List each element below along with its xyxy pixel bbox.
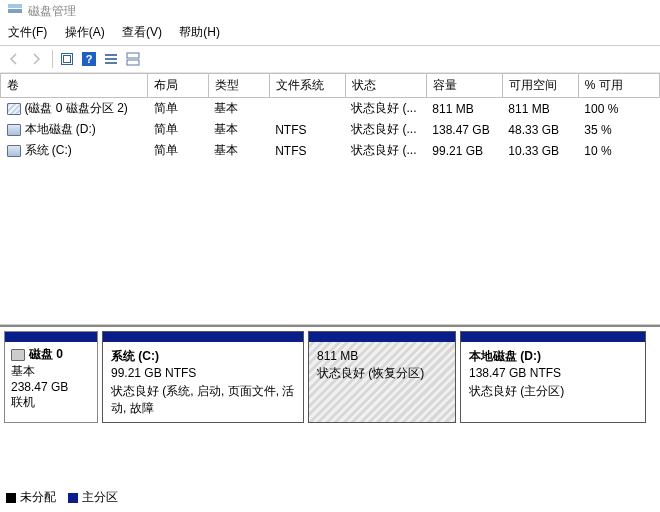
col-layout[interactable]: 布局 [148, 74, 209, 98]
svg-rect-2 [105, 54, 117, 56]
partition-status: 状态良好 (恢复分区) [317, 365, 447, 382]
disk-header[interactable]: 磁盘 0 基本 238.47 GB 联机 [4, 331, 98, 423]
partition-bar [103, 332, 303, 342]
col-free[interactable]: 可用空间 [502, 74, 578, 98]
svg-rect-4 [105, 62, 117, 64]
volume-list-pane: 卷 布局 类型 文件系统 状态 容量 可用空间 % 可用 (磁盘 0 磁盘分区 … [0, 73, 660, 325]
partition-status: 状态良好 (主分区) [469, 383, 637, 400]
toolbar: ? [0, 45, 660, 73]
table-header-row: 卷 布局 类型 文件系统 状态 容量 可用空间 % 可用 [1, 74, 660, 98]
table-row[interactable]: 系统 (C:)简单基本NTFS状态良好 (...99.21 GB10.33 GB… [1, 140, 660, 161]
drive-icon [7, 103, 21, 115]
partition-size: 811 MB [317, 348, 447, 365]
disk-header-bar [5, 332, 97, 342]
partition-bar [461, 332, 645, 342]
swatch-primary [68, 493, 78, 503]
partition-bar [309, 332, 455, 342]
partition-name: 系统 (C:) [111, 348, 295, 365]
partition-name: 本地磁盘 (D:) [469, 348, 637, 365]
table-row[interactable]: 本地磁盘 (D:)简单基本NTFS状态良好 (...138.47 GB48.33… [1, 119, 660, 140]
col-volume[interactable]: 卷 [1, 74, 148, 98]
menu-action[interactable]: 操作(A) [65, 25, 105, 39]
col-type[interactable]: 类型 [208, 74, 269, 98]
partition-box[interactable]: 811 MB状态良好 (恢复分区) [308, 331, 456, 423]
drive-icon [7, 124, 21, 136]
disk-map: 系统 (C:)99.21 GB NTFS状态良好 (系统, 启动, 页面文件, … [98, 331, 656, 423]
swatch-unallocated [6, 493, 16, 503]
menu-file[interactable]: 文件(F) [8, 25, 47, 39]
partition-box[interactable]: 系统 (C:)99.21 GB NTFS状态良好 (系统, 启动, 页面文件, … [102, 331, 304, 423]
forward-button[interactable] [26, 49, 46, 69]
svg-rect-6 [127, 60, 139, 65]
col-capacity[interactable]: 容量 [426, 74, 502, 98]
legend-unallocated: 未分配 [6, 489, 56, 506]
help-button[interactable]: ? [79, 49, 99, 69]
list-view-button[interactable] [101, 49, 121, 69]
menu-view[interactable]: 查看(V) [122, 25, 162, 39]
disk-size: 238.47 GB [11, 380, 91, 394]
disk-state: 联机 [11, 394, 91, 411]
disk-mgmt-icon [8, 4, 22, 18]
refresh-button[interactable] [57, 49, 77, 69]
disk-icon [11, 349, 25, 361]
partition-body: 811 MB状态良好 (恢复分区) [309, 342, 455, 389]
titlebar: 磁盘管理 [0, 0, 660, 22]
back-button[interactable] [4, 49, 24, 69]
col-filesystem[interactable]: 文件系统 [269, 74, 345, 98]
disk-type: 基本 [11, 363, 91, 380]
detail-view-button[interactable] [123, 49, 143, 69]
partition-status: 状态良好 (系统, 启动, 页面文件, 活动, 故障 [111, 383, 295, 418]
partition-size: 138.47 GB NTFS [469, 365, 637, 382]
disk-graphical-pane: 磁盘 0 基本 238.47 GB 联机 系统 (C:)99.21 GB NTF… [0, 325, 660, 512]
partition-body: 系统 (C:)99.21 GB NTFS状态良好 (系统, 启动, 页面文件, … [103, 342, 303, 422]
legend-primary: 主分区 [68, 489, 118, 506]
col-pctfree[interactable]: % 可用 [578, 74, 659, 98]
table-row[interactable]: (磁盘 0 磁盘分区 2)简单基本状态良好 (...811 MB811 MB10… [1, 98, 660, 120]
svg-rect-5 [127, 53, 139, 58]
disk-label-text: 磁盘 0 [29, 346, 63, 363]
menubar: 文件(F) 操作(A) 查看(V) 帮助(H) [0, 22, 660, 45]
partition-body: 本地磁盘 (D:)138.47 GB NTFS状态良好 (主分区) [461, 342, 645, 406]
menu-help[interactable]: 帮助(H) [179, 25, 220, 39]
help-icon: ? [82, 52, 96, 66]
legend: 未分配 主分区 [6, 489, 118, 506]
svg-rect-3 [105, 58, 117, 60]
svg-rect-1 [64, 56, 71, 63]
col-status[interactable]: 状态 [345, 74, 426, 98]
toolbar-divider [52, 50, 53, 68]
partition-box[interactable]: 本地磁盘 (D:)138.47 GB NTFS状态良好 (主分区) [460, 331, 646, 423]
drive-icon [7, 145, 21, 157]
window-title: 磁盘管理 [28, 3, 76, 20]
disk-label: 磁盘 0 [11, 346, 91, 363]
partition-size: 99.21 GB NTFS [111, 365, 295, 382]
disk-row: 磁盘 0 基本 238.47 GB 联机 系统 (C:)99.21 GB NTF… [4, 331, 656, 423]
volume-table[interactable]: 卷 布局 类型 文件系统 状态 容量 可用空间 % 可用 (磁盘 0 磁盘分区 … [0, 73, 660, 161]
